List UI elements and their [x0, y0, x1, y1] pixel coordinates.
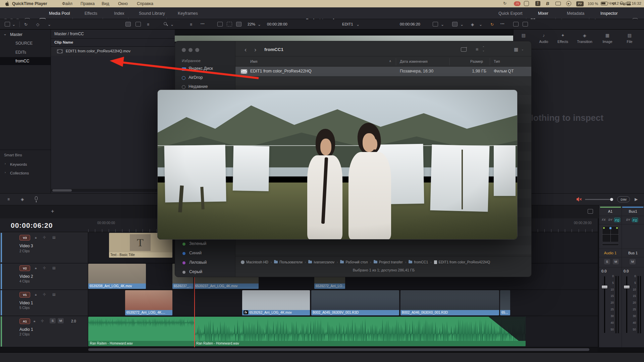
panel-layout-icon[interactable] [5, 22, 10, 27]
dim-button[interactable]: DIM [617, 196, 630, 202]
media-pool-hscrollbar[interactable] [51, 189, 175, 192]
finder-close[interactable] [182, 48, 186, 52]
snap-chevron-icon[interactable]: ⌄ [479, 22, 482, 27]
search-icon[interactable] [164, 22, 167, 25]
clip-6539208[interactable]: 6539208_Arri_LOG_4K.mov [88, 264, 146, 289]
auto-select-icon[interactable]: ‹|› [41, 319, 44, 322]
clip-b002-a045[interactable]: B002_A045_06309V_001.R3D [311, 290, 399, 315]
bin-edits[interactable]: EDITs [15, 50, 26, 55]
audio-clip-2[interactable]: Ran Raiten - Homeward.wav [195, 317, 526, 346]
path-item[interactable]: EDIT1 from color_ProRes422HQ [434, 260, 490, 264]
clip-65-cut[interactable]: 65... [500, 290, 510, 315]
mf-chevron-icon[interactable]: ⌄ [441, 22, 444, 27]
smart-bin-keywords[interactable]: Keywords [10, 162, 27, 166]
tab-transition[interactable]: ◈Transition [575, 33, 594, 44]
badge-71-icon[interactable]: .71 [514, 1, 521, 6]
clip-comment-icon[interactable]: ◇ [36, 22, 39, 27]
path-item[interactable]: Project transfer [374, 260, 403, 264]
thumb-view-icon[interactable] [125, 22, 131, 27]
viewer-zoom-value[interactable]: 22% [248, 22, 255, 26]
menu-help[interactable]: Справка [137, 1, 153, 6]
audio-clip-1[interactable]: Ran Raiten - Homeward.wav [88, 317, 194, 346]
timeline-scrollbar[interactable] [0, 347, 598, 352]
index-button[interactable]: Index [114, 11, 124, 16]
view-chevrons-icon[interactable]: ⌃⌄ [482, 46, 485, 52]
search-chevron-icon[interactable]: ⌄ [170, 22, 174, 27]
pan-slider[interactable] [602, 244, 619, 246]
viewer-single-icon[interactable] [217, 22, 223, 27]
match-frame-icon[interactable] [433, 22, 438, 27]
tab-file[interactable]: ▤File [620, 33, 639, 44]
column-divider[interactable] [396, 58, 396, 65]
mixer-solo-a1[interactable]: S [604, 259, 610, 264]
viewer-offline-icon[interactable] [227, 22, 232, 27]
dy-badge-bus[interactable]: DY [625, 218, 631, 222]
channel-name-bus1[interactable]: Bus 1 [622, 251, 644, 255]
keyframes-button[interactable]: Keyframes [178, 11, 198, 16]
timeline-options-icon[interactable]: ≡ [7, 197, 10, 202]
scrollbar-thumb[interactable] [88, 348, 589, 351]
column-name[interactable]: Имя [250, 59, 257, 63]
auto-select-icon[interactable]: ‹|› [43, 236, 46, 239]
zoom-chevron-icon[interactable]: ⌄ [258, 22, 261, 27]
timeline-view-icon[interactable] [452, 22, 458, 27]
scrollbar-thumb[interactable] [52, 189, 72, 192]
effects-button[interactable]: Effects [85, 11, 97, 16]
timeline-selector[interactable]: EDIT1 [342, 22, 353, 26]
add-timeline-icon[interactable]: + [51, 208, 54, 214]
input-language-badge[interactable]: РУ [576, 1, 584, 6]
media-pool-row[interactable]: EDIT1 from color_ProRes422HQ.mov [51, 47, 175, 56]
finder-zoom[interactable] [195, 48, 199, 52]
dy-badge[interactable]: DY [607, 218, 613, 222]
clip-6539272-v1[interactable]: 6539272_Arri_LOG_4K.... [125, 290, 172, 315]
bin-fromcc-row[interactable]: fromCC [0, 57, 51, 65]
group-icon[interactable]: ▦ [514, 47, 518, 52]
column-size[interactable]: Размер [470, 59, 483, 63]
menu-window[interactable]: Окно [118, 1, 128, 6]
apple-icon[interactable] [5, 1, 9, 6]
voiceover-mic-icon[interactable] [35, 196, 38, 200]
collections-chevron-icon[interactable]: › [5, 171, 6, 174]
lock-icon[interactable]: 🔒︎ [35, 236, 37, 240]
fx-badge[interactable]: FX [601, 218, 607, 222]
shape-status-icon[interactable] [524, 1, 529, 6]
track-badge-v2[interactable]: V2 [19, 265, 30, 271]
fader-value-a1[interactable]: 0.0 [601, 269, 606, 273]
cloud-sync-icon[interactable]: ⌄ [48, 22, 51, 27]
track-badge-v3[interactable]: V3 [19, 235, 30, 241]
menu-file[interactable]: Файл [62, 1, 72, 6]
tab-video[interactable]: ▤ [514, 33, 533, 40]
tab-effects[interactable]: ✦Effects [553, 33, 572, 44]
viewer-multicam-icon[interactable] [236, 22, 241, 27]
auto-select-icon[interactable]: ‹|› [43, 266, 46, 269]
timeline-pane-icon[interactable] [588, 209, 593, 214]
track-header-v2[interactable]: V2 🔒︎ ‹|› ▤ Video 2 4 Clips [0, 263, 88, 290]
lock-icon[interactable]: 🔒︎ [35, 293, 37, 297]
menu-view[interactable]: Вид [102, 1, 109, 6]
track-header-v3[interactable]: V3 🔒︎ ‹|› ▤ Video 3 2 Clips [0, 232, 88, 263]
menubar-app-name[interactable]: QuickTime Player [12, 1, 47, 6]
new-folder-icon[interactable]: + [461, 47, 467, 52]
track-badge-v1[interactable]: V1 [19, 292, 30, 298]
mixer-mute-bus1[interactable]: M [630, 259, 636, 264]
transition-mark-icon[interactable]: ◈ [21, 197, 24, 202]
sidebar-tag-blue[interactable]: Синий [189, 251, 202, 255]
finder-selected-row[interactable]: EDIT1 from color_ProRes422HQ Позавчера, … [235, 67, 532, 76]
tab-audio[interactable]: ♪Audio [534, 33, 553, 44]
mixer-button[interactable]: Mixer [538, 11, 548, 16]
group-chevron-icon[interactable]: ⌄ [521, 48, 524, 51]
beta-status-icon[interactable]: B [546, 1, 549, 6]
master-chevron-icon[interactable]: ⌄ [3, 32, 7, 36]
lock-icon[interactable]: 🔒︎ [35, 266, 37, 270]
track-header-a1[interactable]: A1 🔒︎ ‹|› S M 2.0 Audio 1 2 Clips [0, 316, 88, 347]
display-icon[interactable] [555, 2, 561, 5]
mute-speaker-icon[interactable] [576, 197, 582, 202]
keywords-chevron-icon[interactable]: › [5, 162, 6, 165]
sidebar-tag-gray[interactable]: Серый [189, 269, 202, 274]
back-icon[interactable]: ‹ [245, 46, 247, 53]
quicktime-preview-window[interactable] [157, 90, 518, 240]
tv-chevron-icon[interactable]: ⌄ [460, 22, 464, 27]
media-pool-button[interactable]: Media Pool [49, 11, 70, 16]
sidebar-item-recents[interactable]: Недавние [189, 84, 208, 89]
screen1-icon[interactable] [513, 22, 519, 27]
